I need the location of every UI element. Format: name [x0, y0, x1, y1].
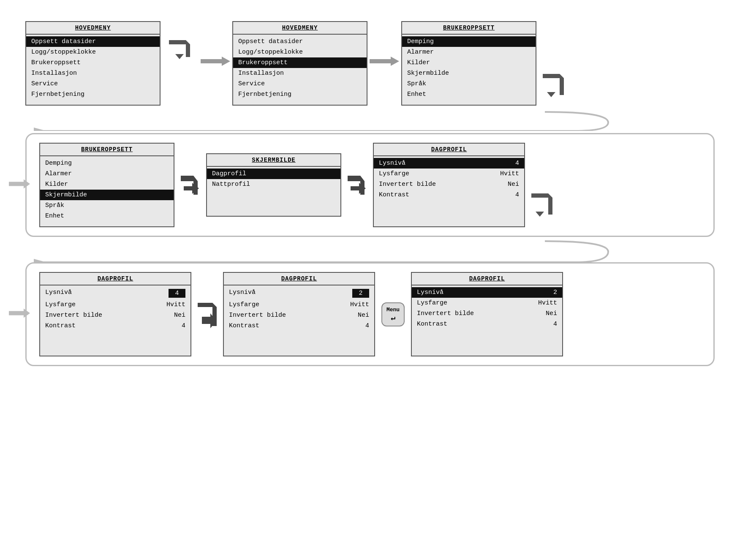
menu-item-row[interactable]: Kontrast 4 — [40, 321, 190, 331]
menu-box-row2-2: SKJERMBILDE Dagprofil Nattprofil — [206, 153, 341, 217]
menu-button-container: Menu ↵ — [375, 302, 411, 326]
menu-item[interactable]: Demping — [40, 158, 174, 169]
menu-item[interactable]: Kilder — [402, 57, 536, 68]
item-value: Hvitt — [538, 299, 557, 307]
svg-marker-6 — [547, 92, 555, 97]
menu-item[interactable]: Fjernbetjening — [233, 89, 367, 100]
menu-item[interactable]: Språk — [402, 79, 536, 89]
svg-marker-8 — [9, 179, 30, 189]
menu-item-row[interactable]: Invertert bilde Nei — [412, 308, 562, 319]
item-value: Hvitt — [166, 301, 185, 308]
menu-item-row[interactable]: Invertert bilde Nei — [224, 310, 374, 321]
menu-item[interactable]: Brukeroppsett — [233, 57, 367, 68]
row3-section: DAGPROFIL Lysnivå 4 Lysfarge Hvitt Inver… — [25, 262, 715, 366]
menu-item-row[interactable]: Lysnivå 2 — [224, 287, 374, 299]
return-arrow-icon: ↵ — [386, 313, 400, 322]
arrow-down-icon — [541, 72, 566, 101]
item-value: 2 — [553, 289, 557, 296]
row1: HOVEDMENY Oppsett datasider Logg/stoppek… — [25, 21, 715, 106]
menu-items-r3-1: Lysnivå 4 Lysfarge Hvitt Invertert bilde… — [40, 285, 190, 333]
item-value-highlight: 2 — [352, 289, 369, 298]
menu-box-row3-3: DAGPROFIL Lysnivå 2 Lysfarge Hvitt Inver… — [411, 272, 563, 356]
menu-item[interactable]: Alarmer — [40, 169, 174, 179]
arrow-down-connector-1 — [536, 21, 570, 106]
menu-item[interactable]: Oppsett datasider — [233, 36, 367, 47]
menu-items-1: Oppsett datasider Logg/stoppeklokke Bruk… — [26, 35, 160, 101]
menu-item[interactable]: Nattprofil — [207, 179, 340, 190]
item-label: Lysnivå — [229, 289, 256, 298]
item-value: Nei — [546, 310, 557, 317]
arrow-right-icon-2 — [370, 55, 399, 68]
item-value: 4 — [182, 322, 185, 329]
menu-item-row[interactable]: Lysnivå 4 — [374, 158, 524, 169]
menu-title-r3-3: DAGPROFIL — [412, 273, 562, 285]
menu-item-row[interactable]: Lysfarge Hvitt — [40, 299, 190, 310]
arrow-btn-r2-2 — [341, 174, 373, 197]
arrow-right-1 — [199, 21, 232, 68]
menu-item[interactable]: Dagprofil — [207, 169, 340, 179]
item-label: Kontrast — [417, 321, 447, 328]
menu-item-row[interactable]: Lysnivå 2 — [412, 287, 562, 298]
item-value: Nei — [174, 312, 185, 319]
menu-button-label: Menu — [386, 307, 400, 313]
item-label: Lysfarge — [417, 299, 447, 307]
menu-item[interactable]: Kilder — [40, 179, 174, 190]
item-label: Kontrast — [45, 322, 76, 329]
menu-item[interactable]: Logg/stoppeklokke — [26, 47, 160, 57]
item-value: Hvitt — [350, 301, 369, 308]
item-label: Invertert bilde — [45, 312, 102, 319]
menu-items-r2-1: Demping Alarmer Kilder Skjermbilde Språk… — [40, 156, 174, 223]
menu-item[interactable]: Fjernbetjening — [26, 89, 160, 100]
menu-item[interactable]: Brukeroppsett — [26, 57, 160, 68]
menu-item-row[interactable]: Invertert bilde Nei — [374, 179, 524, 190]
arrow-into-section-2-icon — [9, 307, 30, 320]
curve-connector-1 — [25, 110, 715, 131]
arrow-connector-1 — [161, 21, 199, 59]
menu-item-row[interactable]: Lysfarge Hvitt — [224, 299, 374, 310]
menu-item[interactable]: Enhet — [40, 211, 174, 221]
menu-item[interactable]: Skjermbilde — [40, 190, 174, 200]
item-value: 4 — [365, 322, 369, 329]
svg-marker-14 — [536, 212, 544, 217]
menu-item[interactable]: Alarmer — [402, 47, 536, 57]
curve-connector-svg — [25, 110, 740, 131]
item-value: 4 — [515, 191, 519, 198]
menu-item-row[interactable]: Kontrast 4 — [224, 321, 374, 331]
menu-items-2: Oppsett datasider Logg/stoppeklokke Bruk… — [233, 35, 367, 101]
menu-item[interactable]: Enhet — [402, 89, 536, 100]
menu-item-row[interactable]: Lysfarge Hvitt — [412, 298, 562, 308]
arrow-right-down-icon — [163, 38, 196, 59]
menu-items-r2-2: Dagprofil Nattprofil — [207, 167, 340, 191]
menu-item-row[interactable]: Kontrast 4 — [374, 190, 524, 200]
menu-item[interactable]: Oppsett datasider — [26, 36, 160, 47]
arrow-down-connector-2 — [525, 147, 559, 223]
menu-item[interactable]: Skjermbilde — [402, 68, 536, 79]
menu-item-row[interactable]: Invertert bilde Nei — [40, 310, 190, 321]
item-label: Lysnivå — [417, 289, 443, 296]
menu-item[interactable]: Logg/stoppeklokke — [233, 47, 367, 57]
menu-item-row[interactable]: Lysnivå 4 — [40, 287, 190, 299]
menu-item[interactable]: Installasjon — [233, 68, 367, 79]
dark-arrow-right-icon — [179, 174, 202, 197]
menu-item[interactable]: Språk — [40, 200, 174, 211]
menu-item-row[interactable]: Kontrast 4 — [412, 319, 562, 329]
arrow-right-2 — [367, 21, 401, 68]
menu-item[interactable]: Service — [233, 79, 367, 89]
menu-title-r2-2: SKJERMBILDE — [207, 154, 340, 167]
menu-item-row[interactable]: Lysfarge Hvitt — [374, 169, 524, 179]
svg-marker-16 — [9, 309, 30, 318]
page-layout: HOVEDMENY Oppsett datasider Logg/stoppek… — [8, 8, 732, 381]
menu-title-r2-1: BRUKEROPPSETT — [40, 144, 174, 156]
item-value: Hvitt — [500, 170, 519, 177]
menu-button[interactable]: Menu ↵ — [381, 302, 405, 326]
menu-item[interactable]: Installasjon — [26, 68, 160, 79]
menu-item[interactable]: Demping — [402, 36, 536, 47]
menu-item[interactable]: Service — [26, 79, 160, 89]
item-label: Invertert bilde — [229, 312, 286, 319]
menu-box-row3-2: DAGPROFIL Lysnivå 2 Lysfarge Hvitt Inver… — [223, 272, 375, 356]
item-label: Lysnivå — [45, 289, 72, 298]
item-value-highlight: 4 — [169, 289, 185, 298]
dark-arrow-right-icon-2 — [346, 174, 369, 197]
menu-title-3: BRUKEROPPSETT — [402, 22, 536, 35]
item-label: Kontrast — [229, 322, 259, 329]
